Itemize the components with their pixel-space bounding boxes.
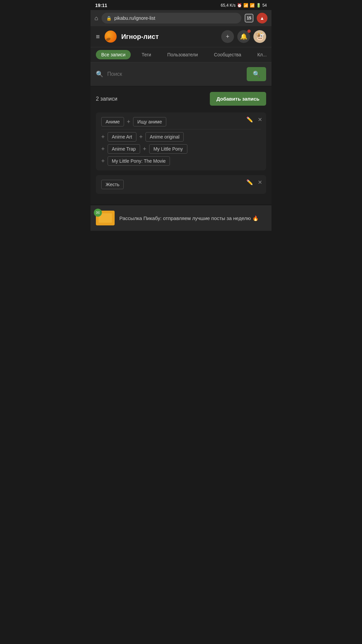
divider: [101, 129, 261, 129]
lock-icon: 🔒: [106, 16, 112, 21]
tag-anime-art: Anime Art: [108, 132, 137, 142]
home-icon[interactable]: ⌂: [95, 15, 98, 22]
mail-icon: ✉: [96, 210, 100, 215]
avatar[interactable]: 🐮: [253, 30, 266, 43]
banner-text: Рассылка Пикабу: отправляем лучшие посты…: [119, 215, 259, 222]
tag-mlp-movie: My Little Pony: The Movie: [108, 156, 170, 166]
url-text: pikabu.ru/ignore-list: [114, 15, 155, 21]
tags-row-1: Аниме + Ищу аниме: [101, 117, 261, 126]
bottom-banner: ✉ Рассылка Пикабу: отправляем лучшие пос…: [90, 205, 272, 231]
search-button[interactable]: 🔍: [247, 67, 266, 81]
battery-icon: 🔋: [256, 3, 261, 8]
plus-divider-2: +: [101, 133, 105, 141]
network-speed: 65,4 K/s: [221, 3, 236, 8]
tag-anime: Аниме: [101, 117, 124, 126]
plus-divider-3: +: [139, 133, 143, 141]
add-record-button[interactable]: Добавить запись: [210, 92, 266, 106]
banner-icon-wrap: ✉: [96, 211, 115, 225]
menu-icon[interactable]: ≡: [96, 33, 100, 41]
edit-icon-1[interactable]: ✏️: [246, 116, 253, 123]
tags-row-zhest: Жесть: [101, 180, 261, 189]
entry-1-actions: ✏️ ✕: [246, 116, 262, 123]
tag-my-little-pony: My Little Pony: [149, 144, 187, 154]
app-header: ≡ Игнор-лист + 🔔 🐮: [90, 26, 272, 47]
tab-users[interactable]: Пользователи: [162, 50, 203, 59]
header-actions: + 🔔 🐮: [221, 30, 266, 43]
records-count: 2 записи: [96, 96, 117, 102]
tag-anime-trap: Anime Trap: [108, 144, 140, 154]
tags-row-3: + Anime Trap + My Little Pony: [101, 144, 261, 154]
mail-badge: ✉: [94, 209, 102, 217]
close-icon-1[interactable]: ✕: [258, 116, 262, 123]
wifi-icon: 📶: [243, 3, 248, 8]
entry-2-actions: ✏️ ✕: [246, 179, 262, 185]
search-icon: 🔍: [253, 70, 260, 78]
tab-more[interactable]: Кл...: [252, 50, 272, 59]
tab-all-records[interactable]: Все записи: [96, 50, 131, 59]
tags-row-4: + My Little Pony: The Movie: [101, 156, 261, 166]
avatar-emoji: 🐮: [255, 32, 264, 41]
ignore-entry-2: ✏️ ✕ Жесть: [96, 175, 266, 194]
upload-button[interactable]: ▲: [257, 13, 267, 23]
status-right: 65,4 K/s ⏰ 📶 📶 🔋 54: [221, 3, 267, 8]
plus-icon: +: [226, 33, 230, 40]
notification-badge: [247, 30, 251, 33]
tag-zhest: Жесть: [101, 180, 124, 189]
plus-divider-4: +: [101, 146, 105, 153]
bell-icon: 🔔: [240, 33, 247, 40]
plus-divider-6: +: [101, 158, 105, 165]
tag-ishchu-anime: Ищу аниме: [133, 117, 166, 126]
plus-divider: +: [127, 118, 130, 125]
search-input[interactable]: [107, 71, 243, 77]
browser-bar: ⌂ 🔒 pikabu.ru/ignore-list 15 ▲: [90, 10, 272, 26]
notifications-button[interactable]: 🔔: [237, 30, 250, 43]
signal-icon: 📶: [250, 3, 255, 8]
search-bar: 🔍 🔍: [90, 62, 272, 87]
tags-row-2: + Anime Art + Anime original: [101, 132, 261, 142]
tab-tags[interactable]: Теги: [136, 50, 156, 59]
nav-tabs: Все записи Теги Пользователи Сообщества …: [90, 47, 272, 62]
tab-count[interactable]: 15: [245, 14, 253, 22]
main-content: 2 записи Добавить запись ✏️ ✕ Аниме + Ищ…: [90, 87, 272, 204]
pikabu-logo: [105, 31, 117, 43]
battery-value: 54: [262, 3, 267, 8]
close-icon-2[interactable]: ✕: [258, 179, 262, 185]
status-time: 19:11: [95, 3, 107, 8]
tag-anime-original: Anime original: [145, 132, 184, 142]
clock-icon: ⏰: [237, 3, 242, 8]
url-bar[interactable]: 🔒 pikabu.ru/ignore-list: [102, 13, 241, 23]
page-title: Игнор-лист: [121, 33, 217, 41]
plus-divider-5: +: [143, 146, 146, 153]
tab-communities[interactable]: Сообщества: [208, 50, 246, 59]
search-icon-left: 🔍: [96, 70, 103, 78]
status-bar: 19:11 65,4 K/s ⏰ 📶 📶 🔋 54: [90, 0, 272, 10]
add-button[interactable]: +: [221, 30, 234, 43]
records-header: 2 записи Добавить запись: [96, 92, 266, 106]
ignore-entry-1: ✏️ ✕ Аниме + Ищу аниме + Anime Art + Ani…: [96, 112, 266, 170]
edit-icon-2[interactable]: ✏️: [246, 179, 253, 185]
